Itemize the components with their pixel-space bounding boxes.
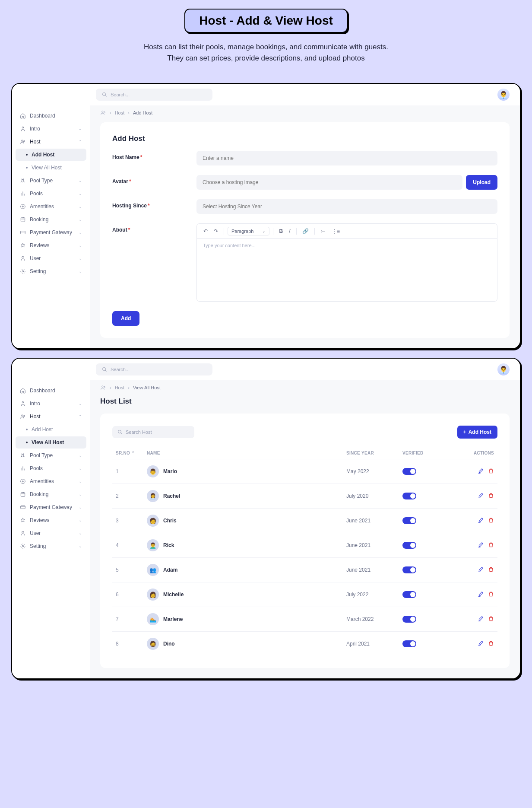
avatar-input[interactable] xyxy=(196,175,462,190)
delete-button[interactable] xyxy=(488,616,494,623)
nav-view-all-host[interactable]: View All Host xyxy=(16,436,86,449)
host-name-input[interactable] xyxy=(196,151,497,165)
users-icon xyxy=(100,385,106,391)
edit-button[interactable] xyxy=(478,542,484,549)
nav-label: User xyxy=(30,530,41,536)
nav-pools[interactable]: Pools⌄ xyxy=(16,462,86,474)
delete-button[interactable] xyxy=(488,542,494,549)
nav-setting[interactable]: Setting⌄ xyxy=(16,265,86,277)
edit-button[interactable] xyxy=(478,468,484,475)
nav-label: Host xyxy=(30,139,41,145)
cell-sr: 4 xyxy=(112,542,147,548)
nav-host[interactable]: Host⌃ xyxy=(16,136,86,148)
gear-icon xyxy=(20,543,26,549)
delete-button[interactable] xyxy=(488,493,494,500)
nav-intro[interactable]: Intro⌄ xyxy=(16,123,86,135)
th-name[interactable]: NAME xyxy=(147,451,346,455)
delete-button[interactable] xyxy=(488,640,494,648)
cell-verified xyxy=(402,542,459,549)
nav-pool-type[interactable]: Pool Type⌄ xyxy=(16,175,86,187)
nav-add-host[interactable]: Add Host xyxy=(16,149,86,161)
cell-sr: 3 xyxy=(112,518,147,524)
th-sr[interactable]: SR.NO ⌃ xyxy=(112,451,147,455)
edit-button[interactable] xyxy=(478,616,484,623)
upload-button[interactable]: Upload xyxy=(466,175,497,190)
edit-button[interactable] xyxy=(478,591,484,598)
nav-amenities[interactable]: Amentities⌄ xyxy=(16,475,86,487)
nav-reviews[interactable]: Reviews⌄ xyxy=(16,514,86,526)
redo-button[interactable]: ↷ xyxy=(212,227,220,235)
crumb-host[interactable]: Host xyxy=(115,385,125,390)
link-button[interactable]: 🔗 xyxy=(300,227,311,235)
nav-label: Booking xyxy=(30,491,48,497)
italic-button[interactable]: I xyxy=(287,226,293,235)
nav-view-all-host[interactable]: View All Host xyxy=(16,162,86,174)
add-button[interactable]: Add xyxy=(112,311,139,326)
svg-point-14 xyxy=(22,401,24,403)
table-row: 3🧑ChrisJune 2021 xyxy=(112,508,497,533)
svg-point-22 xyxy=(102,386,104,388)
th-verified[interactable]: VERIFIED xyxy=(402,451,459,455)
nav-booking[interactable]: Booking⌄ xyxy=(16,213,86,226)
nav-pool-type[interactable]: Pool Type⌄ xyxy=(16,449,86,461)
hosting-since-input[interactable] xyxy=(196,199,497,214)
nav-payment-gateway[interactable]: Payment Gateway⌄ xyxy=(16,501,86,513)
cell-name: 🏊Marlene xyxy=(147,613,346,625)
nav-add-host[interactable]: Add Host xyxy=(16,423,86,436)
verified-toggle[interactable] xyxy=(402,591,416,598)
nav-reviews[interactable]: Reviews⌄ xyxy=(16,239,86,251)
add-host-button[interactable]: +Add Host xyxy=(457,426,497,439)
verified-toggle[interactable] xyxy=(402,517,416,524)
delete-button[interactable] xyxy=(488,468,494,475)
global-search[interactable]: Search... xyxy=(96,363,212,375)
table-row: 4👨‍🦱RickJune 2021 xyxy=(112,533,497,557)
edit-button[interactable] xyxy=(478,566,484,574)
nav-dashboard[interactable]: Dashboard xyxy=(16,385,86,397)
nav-label: User xyxy=(30,255,41,261)
nav-intro[interactable]: Intro⌄ xyxy=(16,398,86,410)
verified-toggle[interactable] xyxy=(402,640,416,647)
crumb-host[interactable]: Host xyxy=(115,110,125,115)
verified-toggle[interactable] xyxy=(402,616,416,623)
host-search[interactable]: Search Host xyxy=(112,426,194,438)
profile-avatar[interactable]: 👨‍💼 xyxy=(497,89,510,101)
nav-user[interactable]: User⌄ xyxy=(16,527,86,539)
nav-payment-gateway[interactable]: Payment Gateway⌄ xyxy=(16,226,86,239)
verified-toggle[interactable] xyxy=(402,493,416,499)
nav-dashboard[interactable]: Dashboard xyxy=(16,110,86,122)
global-search[interactable]: Search... xyxy=(96,89,212,101)
user-icon xyxy=(20,530,26,536)
delete-button[interactable] xyxy=(488,517,494,525)
dot-icon xyxy=(26,154,28,156)
th-year[interactable]: SINCE YEAR xyxy=(346,451,402,455)
nav-host[interactable]: Host⌃ xyxy=(16,410,86,423)
profile-avatar[interactable]: 👨‍💼 xyxy=(497,363,510,375)
verified-toggle[interactable] xyxy=(402,566,416,573)
bullet-list-button[interactable]: ≔ xyxy=(318,227,328,235)
delete-button[interactable] xyxy=(488,591,494,598)
cell-actions xyxy=(459,640,497,648)
cell-year: March 2022 xyxy=(346,616,402,622)
users-icon xyxy=(20,139,26,145)
avatar: 🧑 xyxy=(147,515,159,527)
edit-button[interactable] xyxy=(478,517,484,525)
bold-button[interactable]: B xyxy=(277,227,285,235)
edit-button[interactable] xyxy=(478,493,484,500)
undo-button[interactable]: ↶ xyxy=(201,227,210,235)
cell-verified xyxy=(402,493,459,499)
nav-setting[interactable]: Setting⌄ xyxy=(16,540,86,552)
delete-button[interactable] xyxy=(488,566,494,574)
number-list-button[interactable]: ⋮≡ xyxy=(329,227,342,235)
nav-amenities[interactable]: Amentities⌄ xyxy=(16,200,86,213)
paragraph-select[interactable]: Paragraph⌄ xyxy=(228,227,269,235)
chevron-down-icon: ⌄ xyxy=(79,204,82,209)
about-textarea[interactable]: Type your content here... xyxy=(197,239,497,301)
verified-toggle[interactable] xyxy=(402,468,416,475)
nav-pools[interactable]: Pools⌄ xyxy=(16,188,86,200)
nav-user[interactable]: User⌄ xyxy=(16,252,86,264)
verified-toggle[interactable] xyxy=(402,542,416,549)
home-icon xyxy=(20,388,26,394)
nav-booking[interactable]: Booking⌄ xyxy=(16,488,86,500)
edit-button[interactable] xyxy=(478,640,484,648)
avatar: 👨‍🦱 xyxy=(147,539,159,551)
